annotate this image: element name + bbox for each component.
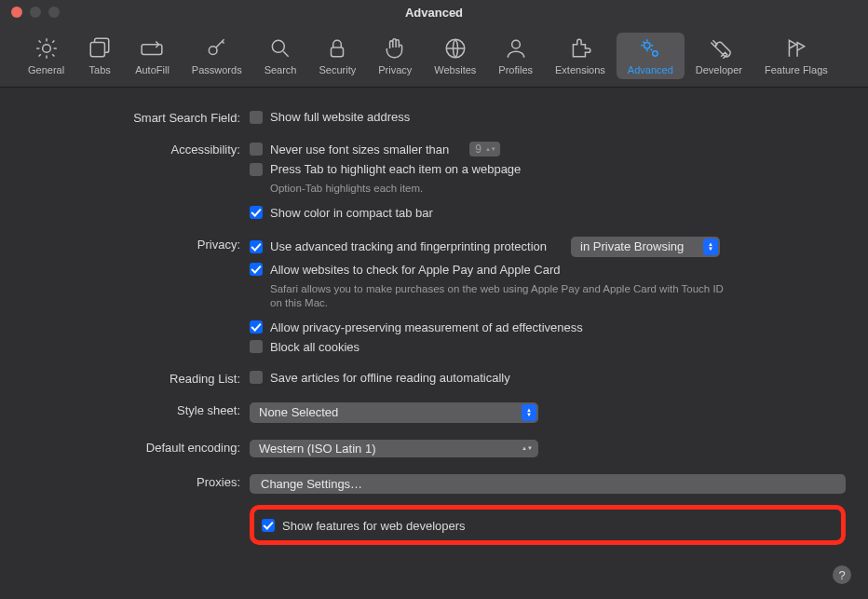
search-icon — [268, 36, 292, 61]
offline-reading-label: Save articles for offline reading automa… — [270, 371, 510, 385]
tab-advanced[interactable]: Advanced — [617, 33, 685, 79]
proxies-label: Proxies: — [22, 474, 250, 489]
stylesheet-value: None Selected — [259, 405, 338, 419]
compact-tab-color-checkbox[interactable] — [250, 206, 263, 219]
traffic-lights — [0, 7, 60, 18]
svg-rect-1 — [90, 42, 104, 56]
smart-search-label: Smart Search Field: — [22, 110, 250, 125]
tab-developer[interactable]: Developer — [685, 33, 753, 79]
svg-rect-2 — [142, 44, 163, 54]
privacy-label: Privacy: — [22, 237, 250, 252]
svg-point-0 — [42, 44, 50, 52]
tab-feature-flags[interactable]: Feature Flags — [753, 33, 839, 79]
press-tab-label: Press Tab to highlight each item on a we… — [270, 162, 521, 176]
compact-tab-color-label: Show color in compact tab bar — [270, 206, 433, 220]
accessibility-label: Accessibility: — [22, 142, 250, 157]
apple-pay-hint: Safari allows you to make purchases on t… — [250, 282, 734, 315]
min-font-size-checkbox[interactable] — [250, 143, 263, 156]
tab-label: Websites — [434, 64, 476, 75]
tracking-protection-label: Use advanced tracking and fingerprinting… — [270, 239, 547, 253]
content-area: Smart Search Field: Show full website ad… — [0, 88, 868, 545]
svg-point-7 — [511, 40, 520, 48]
show-full-url-label: Show full website address — [270, 110, 410, 124]
titlebar: Advanced — [0, 0, 868, 24]
encoding-label: Default encoding: — [22, 440, 250, 455]
reading-list-label: Reading List: — [22, 371, 250, 386]
chevron-updown-icon: ▲▼ — [522, 404, 536, 421]
tab-label: Extensions — [555, 64, 605, 75]
tab-label: Feature Flags — [765, 64, 828, 75]
tab-websites[interactable]: Websites — [423, 33, 487, 79]
tab-profiles[interactable]: Profiles — [487, 33, 544, 79]
chevron-updown-icon: ▲▼ — [522, 446, 536, 451]
press-tab-checkbox[interactable] — [250, 163, 263, 176]
svg-point-9 — [653, 50, 658, 55]
tab-label: Search — [264, 64, 297, 75]
stylesheet-label: Style sheet: — [22, 402, 250, 417]
pencil-icon — [140, 36, 164, 61]
lock-icon — [325, 36, 349, 61]
tracking-protection-checkbox[interactable] — [250, 240, 263, 253]
help-button[interactable]: ? — [833, 565, 851, 584]
encoding-select[interactable]: Western (ISO Latin 1) ▲▼ — [250, 440, 538, 457]
hand-icon — [383, 36, 407, 61]
tab-label: Passwords — [192, 64, 242, 75]
zoom-window-button[interactable] — [48, 7, 60, 18]
highlight-box: Show features for web developers — [250, 505, 846, 545]
gear-icon — [34, 36, 59, 61]
stylesheet-select[interactable]: None Selected ▲▼ — [250, 402, 538, 423]
tab-label: Tabs — [89, 64, 111, 75]
tracking-scope-value: in Private Browsing — [580, 239, 684, 253]
tab-label: Developer — [696, 64, 742, 75]
flags-icon — [784, 36, 808, 61]
min-font-size-label: Never use font sizes smaller than — [270, 143, 449, 157]
tab-label: Profiles — [498, 64, 533, 75]
block-cookies-checkbox[interactable] — [250, 340, 263, 353]
show-dev-features-label: Show features for web developers — [282, 519, 466, 533]
tracking-scope-select[interactable]: in Private Browsing ▲▼ — [571, 237, 720, 257]
person-icon — [504, 36, 528, 61]
chevron-updown-icon: ▲▼ — [485, 147, 496, 152]
tab-search[interactable]: Search — [253, 33, 308, 79]
show-full-url-checkbox[interactable] — [250, 111, 263, 124]
puzzle-icon — [568, 36, 592, 61]
tools-icon — [707, 36, 731, 61]
apple-pay-label: Allow websites to check for Apple Pay an… — [270, 263, 560, 277]
tab-tabs[interactable]: Tabs — [75, 33, 124, 79]
tab-privacy[interactable]: Privacy — [367, 33, 423, 79]
tab-security[interactable]: Security — [307, 33, 367, 79]
tab-passwords[interactable]: Passwords — [181, 33, 253, 79]
minimize-window-button[interactable] — [30, 7, 41, 18]
chevron-updown-icon: ▲▼ — [703, 238, 718, 255]
tab-autofill[interactable]: AutoFill — [124, 33, 181, 79]
show-dev-features-checkbox[interactable] — [262, 519, 275, 532]
preferences-toolbar: General Tabs AutoFill Passwords Search S… — [0, 24, 868, 88]
close-window-button[interactable] — [11, 7, 22, 18]
svg-point-8 — [644, 42, 651, 48]
key-icon — [205, 36, 229, 61]
block-cookies-label: Block all cookies — [270, 340, 359, 354]
ad-measurement-label: Allow privacy-preserving measurement of … — [270, 320, 583, 334]
tab-label: AutoFill — [135, 64, 170, 75]
tab-label: General — [28, 64, 64, 75]
min-font-size-value: 9 — [475, 143, 481, 156]
min-font-size-select[interactable]: 9 ▲▼ — [469, 142, 500, 157]
tab-label: Privacy — [378, 64, 412, 75]
globe-icon — [443, 36, 468, 61]
tab-label: Security — [319, 64, 356, 75]
svg-point-4 — [272, 40, 284, 52]
encoding-value: Western (ISO Latin 1) — [259, 442, 375, 456]
change-proxy-settings-button[interactable]: Change Settings… — [250, 474, 846, 494]
svg-point-3 — [209, 46, 217, 54]
tab-extensions[interactable]: Extensions — [544, 33, 617, 79]
tabs-icon — [88, 36, 112, 61]
gears-icon — [638, 36, 662, 61]
tab-general[interactable]: General — [17, 33, 75, 79]
tab-label: Advanced — [628, 64, 673, 75]
press-tab-hint: Option-Tab highlights each item. — [250, 182, 734, 200]
svg-rect-5 — [332, 47, 344, 56]
ad-measurement-checkbox[interactable] — [250, 320, 263, 334]
offline-reading-checkbox[interactable] — [250, 371, 263, 384]
window-title: Advanced — [0, 6, 868, 20]
apple-pay-checkbox[interactable] — [250, 263, 263, 276]
